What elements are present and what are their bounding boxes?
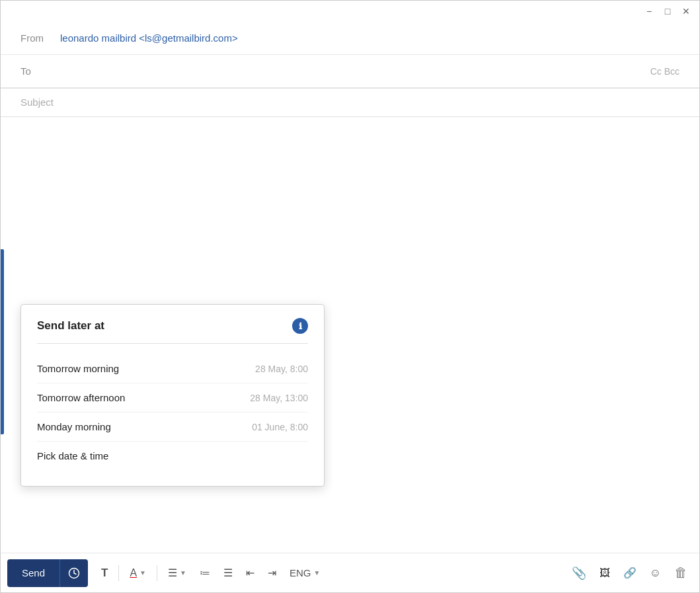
option-date-2: 01 June, 8:00 bbox=[252, 422, 308, 432]
send-button[interactable]: Send bbox=[7, 559, 59, 587]
option-label-2: Monday morning bbox=[37, 421, 111, 432]
align-button[interactable]: ☰ ▼ bbox=[163, 561, 192, 585]
font-color-icon: A bbox=[130, 567, 137, 579]
toolbar: Send T A ▼ ☰ ▼ ≔ bbox=[1, 553, 699, 592]
language-dropdown-arrow: ▼ bbox=[313, 569, 320, 576]
to-row: To Cc Bcc bbox=[1, 55, 699, 88]
delete-button[interactable]: 🗑 bbox=[669, 561, 693, 584]
separator-2 bbox=[157, 565, 157, 581]
popup-title: Send later at bbox=[37, 319, 104, 333]
font-color-button[interactable]: A ▼ bbox=[124, 561, 151, 585]
language-label: ENG bbox=[290, 567, 311, 578]
emoji-button[interactable]: ☺ bbox=[644, 561, 666, 585]
subject-input[interactable] bbox=[20, 97, 680, 108]
outdent-button[interactable]: ⇤ bbox=[241, 561, 260, 585]
separator-1 bbox=[118, 565, 119, 581]
option-monday-morning[interactable]: Monday morning 01 June, 8:00 bbox=[37, 413, 308, 442]
clock-icon bbox=[68, 567, 80, 579]
option-tomorrow-morning[interactable]: Tomorrow morning 28 May, 8:00 bbox=[37, 354, 308, 383]
option-date-0: 28 May, 8:00 bbox=[255, 364, 308, 374]
option-label-1: Tomorrow afternoon bbox=[37, 392, 125, 403]
popup-header: Send later at ℹ bbox=[37, 318, 308, 344]
send-later-clock-button[interactable] bbox=[59, 559, 88, 587]
unordered-list-button[interactable]: ☰ bbox=[218, 561, 238, 585]
language-button[interactable]: ENG ▼ bbox=[284, 561, 325, 585]
ordered-list-button[interactable]: ≔ bbox=[194, 561, 215, 585]
bold-format-button[interactable]: T bbox=[96, 561, 113, 585]
ordered-list-icon: ≔ bbox=[200, 567, 210, 579]
indent-button[interactable]: ⇥ bbox=[262, 561, 282, 585]
trash-icon: 🗑 bbox=[674, 565, 687, 580]
to-label: To bbox=[20, 65, 60, 77]
option-tomorrow-afternoon[interactable]: Tomorrow afternoon 28 May, 13:00 bbox=[37, 383, 308, 413]
info-icon[interactable]: ℹ bbox=[292, 318, 308, 334]
body-area: Send later at ℹ Tomorrow morning 28 May,… bbox=[1, 117, 699, 553]
attach-icon: 📎 bbox=[572, 566, 586, 580]
unordered-list-icon: ☰ bbox=[223, 567, 233, 579]
cc-bcc-button[interactable]: Cc Bcc bbox=[650, 66, 680, 77]
to-input[interactable] bbox=[60, 65, 650, 77]
compose-header: From leonardo mailbird <ls@getmailbird.c… bbox=[1, 22, 699, 89]
option-label-3: Pick date & time bbox=[37, 450, 108, 461]
close-button[interactable]: ✕ bbox=[680, 5, 693, 18]
emoji-icon: ☺ bbox=[650, 567, 661, 580]
from-row: From leonardo mailbird <ls@getmailbird.c… bbox=[1, 22, 699, 55]
font-color-dropdown-arrow: ▼ bbox=[139, 569, 146, 576]
from-value: leonardo mailbird <ls@getmailbird.com> bbox=[60, 32, 680, 44]
outdent-icon: ⇤ bbox=[246, 567, 254, 579]
link-icon: 🔗 bbox=[623, 567, 637, 579]
option-date-1: 28 May, 13:00 bbox=[250, 393, 308, 403]
image-button[interactable]: 🖼 bbox=[594, 561, 615, 585]
align-icon: ☰ bbox=[168, 567, 177, 579]
from-label: From bbox=[20, 32, 60, 44]
left-accent bbox=[1, 249, 4, 434]
link-button[interactable]: 🔗 bbox=[618, 561, 642, 585]
bold-icon: T bbox=[101, 567, 108, 580]
subject-row bbox=[1, 89, 699, 117]
compose-window: − □ ✕ From leonardo mailbird <ls@getmail… bbox=[0, 0, 700, 593]
maximize-button[interactable]: □ bbox=[661, 5, 674, 18]
title-bar: − □ ✕ bbox=[1, 1, 699, 22]
indent-icon: ⇥ bbox=[268, 567, 276, 579]
window-controls: − □ ✕ bbox=[642, 5, 693, 18]
option-pick-date[interactable]: Pick date & time bbox=[37, 442, 308, 470]
minimize-button[interactable]: − bbox=[642, 5, 656, 18]
attach-button[interactable]: 📎 bbox=[566, 561, 592, 585]
image-icon: 🖼 bbox=[600, 567, 610, 579]
align-dropdown-arrow: ▼ bbox=[180, 569, 186, 576]
option-label-0: Tomorrow morning bbox=[37, 363, 119, 374]
send-later-popup: Send later at ℹ Tomorrow morning 28 May,… bbox=[20, 304, 325, 487]
send-button-group: Send bbox=[7, 559, 88, 587]
